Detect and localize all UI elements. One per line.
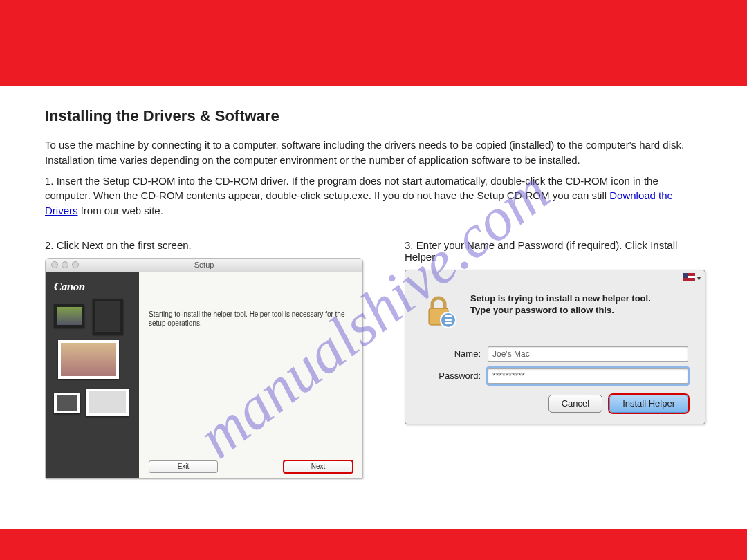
auth-heading-1: Setup is trying to install a new helper … [470, 292, 651, 305]
install-helper-button[interactable]: Install Helper [609, 395, 688, 413]
setup-titlebar: Setup [46, 259, 362, 272]
photo-frame [86, 389, 129, 416]
password-field[interactable] [488, 368, 688, 384]
intro-text: To use the machine by connecting it to a… [45, 138, 702, 168]
auth-heading-2: Type your password to allow this. [470, 304, 651, 317]
canon-logo: Canon [50, 277, 135, 297]
header-band [0, 0, 747, 86]
password-label: Password: [422, 371, 488, 381]
svg-rect-4 [445, 322, 452, 324]
svg-rect-2 [445, 315, 452, 317]
step-3-label: 3. Enter your Name and Password (if requ… [405, 239, 706, 263]
name-field[interactable] [488, 346, 688, 362]
insert-prefix: 1. Insert the Setup CD-ROM into the CD-R… [45, 175, 658, 202]
photo-frame [54, 393, 80, 413]
language-selector[interactable]: ▾ [683, 273, 701, 282]
photo-frame [58, 340, 119, 379]
auth-dialog: ▾ [405, 270, 706, 424]
lock-icon [422, 292, 458, 328]
step-1-insert-cd: 1. Insert the Setup CD-ROM into the CD-R… [45, 174, 702, 218]
exit-button[interactable]: Exit [149, 460, 218, 473]
photo-frame [54, 304, 84, 328]
flag-us-icon [683, 273, 695, 281]
insert-suffix: from our web site. [81, 205, 163, 216]
setup-message: Starting to install the helper tool. Hel… [149, 310, 353, 328]
step-2-label: 2. Click Next on the first screen. [45, 239, 363, 251]
sidebar-photos: Canon [46, 272, 139, 478]
next-button[interactable]: Next [284, 460, 353, 473]
setup-window: Setup Canon [45, 258, 363, 479]
cancel-button[interactable]: Cancel [548, 395, 602, 413]
svg-rect-3 [445, 319, 452, 321]
setup-window-title: Setup [46, 261, 362, 269]
name-label: Name: [422, 348, 488, 359]
photo-frame [93, 299, 123, 335]
footer-band [0, 529, 747, 560]
section-title: Installing the Drivers & Software [45, 107, 702, 125]
